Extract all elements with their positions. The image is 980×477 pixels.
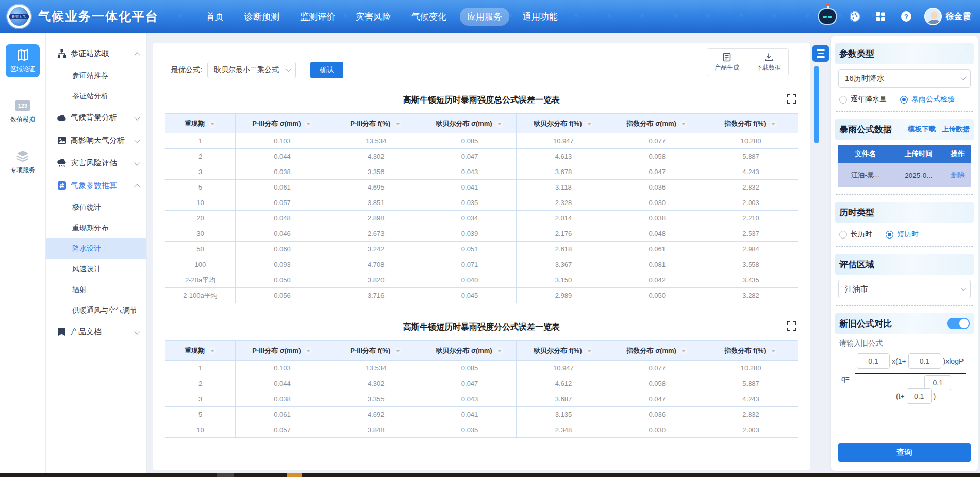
help-icon[interactable]: ? [899,9,914,24]
filter-icon[interactable] [394,120,402,128]
radio-storm-formula-check[interactable]: 暴雨公式检验 [900,95,955,104]
table-cell: 0.036 [610,407,704,422]
best-formula-select[interactable]: 耿贝尔最小二乘公式 [207,62,296,78]
filter-icon[interactable] [770,120,777,128]
table-cell: 3 [165,391,236,407]
menu-climate-background[interactable]: 气候背景分析 [45,106,146,129]
compare-toggle[interactable] [947,318,970,329]
nav-monitoring[interactable]: 监测评价 [293,8,342,26]
filter-icon[interactable] [208,120,216,128]
menu-precipitation-design[interactable]: 降水设计 [45,238,146,259]
table-cell: 0.047 [610,164,704,180]
menu-return-period[interactable]: 重现期分布 [45,217,146,238]
table-header-row: 重现期P-III分布 σ(mm)P-III分布 f(%)耿贝尔分布 σ(mm)耿… [165,114,798,133]
menu-hvac[interactable]: 供暖通风与空气调节 [45,300,146,320]
menu-disaster-risk-assessment[interactable]: 灾害风险评估 [45,151,146,174]
sidebar-item-regional-demonstration[interactable]: 区域论证 [6,44,40,77]
table-cell: 2-20a平均 [165,272,236,288]
menu-label: 参证站选取 [71,49,109,59]
filter-icon[interactable] [496,120,504,128]
query-button[interactable]: 查询 [838,443,971,462]
filter-icon[interactable] [304,120,312,128]
formula-c-input[interactable] [908,353,941,369]
delete-link[interactable]: 删除 [944,163,971,187]
template-download-link[interactable]: 模板下载 [908,125,936,134]
q-label: q= [841,374,850,383]
table-cell: 5.887 [704,149,798,164]
download-data-button[interactable]: 下载数据 [756,53,781,72]
filter-icon[interactable] [496,347,504,355]
cloud-icon [57,113,67,123]
column-header: 重现期 [165,114,236,133]
upload-data-link[interactable]: 上传数据 [942,125,970,134]
sidebar-item-numerical-simulation[interactable]: 123 数值模拟 [6,95,40,128]
formula-text: )xlogP [943,357,964,365]
menu-station-recommend[interactable]: 参证站推荐 [45,65,146,86]
radio-long-duration[interactable]: 长历时 [839,230,872,239]
column-header: 指数分布 σ(mm) [610,114,704,133]
radio-short-duration[interactable]: 短历时 [886,230,919,239]
param-type-select[interactable]: 16历时降水 [838,69,971,88]
nav-diagnosis[interactable]: 诊断预测 [237,8,287,26]
taskbar [0,473,980,477]
sidebar-item-label: 区域论证 [10,65,35,74]
confirm-button[interactable]: 确认 [310,62,343,78]
best-formula-value: 耿贝尔最小二乘公式 [214,65,279,75]
filter-icon[interactable] [680,347,688,355]
radio-annual-precipitation[interactable]: 逐年降水量 [839,95,887,104]
table-cell: 0.085 [423,361,517,376]
formula-b-input[interactable] [907,388,932,404]
chevron-up-icon [134,184,140,190]
menu-extreme-statistics[interactable]: 极值统计 [45,197,146,217]
table-cell: 0.058 [610,376,704,391]
panel-collapse-button[interactable] [812,45,829,62]
fullscreen-icon[interactable] [787,321,797,331]
table-cell: 2-100a平均 [165,288,236,303]
table-cell: 4.302 [329,376,423,391]
region-value: 江油市 [845,284,868,294]
product-generate-button[interactable]: 产品生成 [715,53,739,72]
nav-climate-change[interactable]: 气候变化 [404,8,454,26]
vertical-scrollbar-thumb[interactable] [814,66,819,143]
table-cell: 0.035 [423,195,517,211]
nav-home[interactable]: 首页 [199,8,231,26]
table-cell: 2.328 [517,195,610,211]
file-row: 江油-暴... 2025-0... 删除 [838,163,971,187]
menu-radiation[interactable]: 辐射 [45,279,146,300]
menu-wind-speed-design[interactable]: 风速设计 [45,259,146,279]
user-menu[interactable]: 徐金霞 [924,8,971,25]
nav-general-functions[interactable]: 通用功能 [516,8,565,26]
assistant-robot-icon[interactable] [818,8,837,25]
sidebar-item-special-services[interactable]: 专项服务 [6,145,40,178]
menu-meteorological-parameters[interactable]: 气象参数推算 [45,174,146,197]
menu-station-analysis[interactable]: 参证站分析 [45,86,146,106]
menu-product-documents[interactable]: 产品文档 [45,320,146,343]
table-cell: 0.036 [610,180,704,195]
numbers-123-icon: 123 [15,99,30,112]
table-cell: 1 [165,133,236,149]
filter-icon[interactable] [585,347,593,355]
table-cell: 2.014 [517,211,610,226]
formula-a-input[interactable] [857,353,890,369]
nav-disaster-risk[interactable]: 灾害风险 [348,8,398,26]
table-cell: 0.058 [610,149,704,164]
menu-high-impact-weather[interactable]: 高影响天气分析 [45,129,146,151]
apps-grid-icon[interactable] [873,9,888,24]
fullscreen-icon[interactable] [787,94,797,104]
filter-icon[interactable] [585,120,593,128]
nav-application-services[interactable]: 应用服务 [460,8,509,26]
theme-palette-icon[interactable] [847,9,862,24]
filter-icon[interactable] [394,347,402,355]
filter-icon[interactable] [304,347,312,355]
table-row: 20.0444.3020.0474.6130.0585.887 [165,149,798,164]
divider [836,194,973,195]
menu-station-selection[interactable]: 参证站选取 [45,42,146,65]
filter-icon[interactable] [770,347,777,355]
table-row: 30.0383.3560.0433.6780.0474.243 [165,164,798,180]
file-name-header: 文件名 [838,145,892,163]
region-select[interactable]: 江油市 [838,280,971,298]
divider [836,246,973,247]
document-icon [57,327,67,337]
filter-icon[interactable] [680,120,688,128]
filter-icon[interactable] [208,347,216,355]
